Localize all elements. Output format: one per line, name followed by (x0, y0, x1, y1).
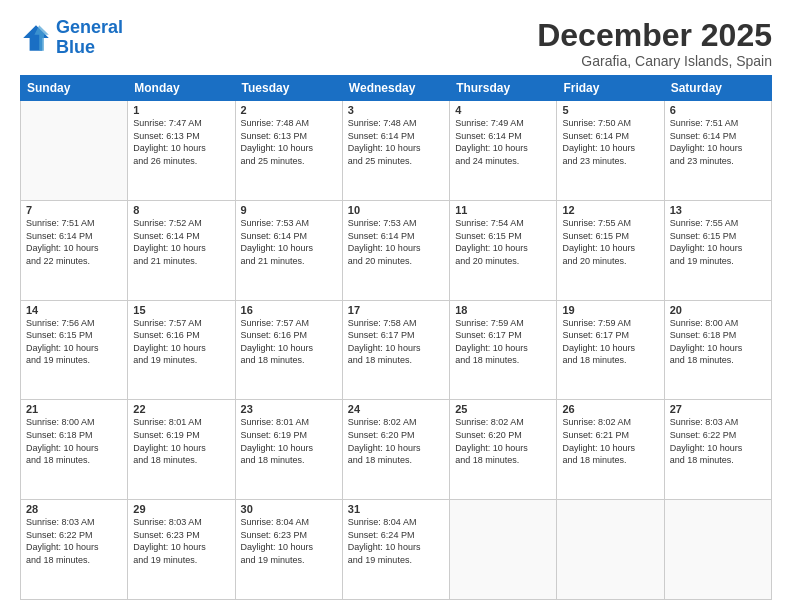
day-number: 9 (241, 204, 337, 216)
calendar-table: SundayMondayTuesdayWednesdayThursdayFrid… (20, 75, 772, 600)
calendar-cell: 3Sunrise: 7:48 AMSunset: 6:14 PMDaylight… (342, 101, 449, 201)
calendar-cell: 23Sunrise: 8:01 AMSunset: 6:19 PMDayligh… (235, 400, 342, 500)
day-number: 29 (133, 503, 229, 515)
day-number: 16 (241, 304, 337, 316)
calendar-cell: 2Sunrise: 7:48 AMSunset: 6:13 PMDaylight… (235, 101, 342, 201)
day-number: 17 (348, 304, 444, 316)
day-number: 24 (348, 403, 444, 415)
day-info: Sunrise: 7:55 AMSunset: 6:15 PMDaylight:… (562, 217, 658, 267)
calendar-week-row: 1Sunrise: 7:47 AMSunset: 6:13 PMDaylight… (21, 101, 772, 201)
page: General Blue December 2025 Garafia, Cana… (0, 0, 792, 612)
day-number: 14 (26, 304, 122, 316)
day-number: 8 (133, 204, 229, 216)
calendar-cell: 11Sunrise: 7:54 AMSunset: 6:15 PMDayligh… (450, 200, 557, 300)
day-info: Sunrise: 7:53 AMSunset: 6:14 PMDaylight:… (241, 217, 337, 267)
day-info: Sunrise: 8:00 AMSunset: 6:18 PMDaylight:… (670, 317, 766, 367)
day-number: 28 (26, 503, 122, 515)
calendar-cell: 19Sunrise: 7:59 AMSunset: 6:17 PMDayligh… (557, 300, 664, 400)
logo-text: General Blue (56, 18, 123, 58)
day-number: 26 (562, 403, 658, 415)
calendar-cell: 5Sunrise: 7:50 AMSunset: 6:14 PMDaylight… (557, 101, 664, 201)
day-number: 11 (455, 204, 551, 216)
day-info: Sunrise: 8:04 AMSunset: 6:24 PMDaylight:… (348, 516, 444, 566)
svg-marker-0 (23, 25, 49, 51)
day-number: 3 (348, 104, 444, 116)
calendar-day-header: Wednesday (342, 76, 449, 101)
calendar-cell: 30Sunrise: 8:04 AMSunset: 6:23 PMDayligh… (235, 500, 342, 600)
calendar-cell: 1Sunrise: 7:47 AMSunset: 6:13 PMDaylight… (128, 101, 235, 201)
day-number: 6 (670, 104, 766, 116)
day-number: 15 (133, 304, 229, 316)
day-number: 22 (133, 403, 229, 415)
calendar-day-header: Saturday (664, 76, 771, 101)
day-number: 13 (670, 204, 766, 216)
header: General Blue December 2025 Garafia, Cana… (20, 18, 772, 69)
calendar-cell: 13Sunrise: 7:55 AMSunset: 6:15 PMDayligh… (664, 200, 771, 300)
day-info: Sunrise: 7:59 AMSunset: 6:17 PMDaylight:… (455, 317, 551, 367)
title-block: December 2025 Garafia, Canary Islands, S… (537, 18, 772, 69)
day-info: Sunrise: 8:04 AMSunset: 6:23 PMDaylight:… (241, 516, 337, 566)
day-info: Sunrise: 7:48 AMSunset: 6:13 PMDaylight:… (241, 117, 337, 167)
main-title: December 2025 (537, 18, 772, 53)
day-info: Sunrise: 7:50 AMSunset: 6:14 PMDaylight:… (562, 117, 658, 167)
day-info: Sunrise: 8:03 AMSunset: 6:23 PMDaylight:… (133, 516, 229, 566)
calendar-cell: 18Sunrise: 7:59 AMSunset: 6:17 PMDayligh… (450, 300, 557, 400)
day-info: Sunrise: 7:48 AMSunset: 6:14 PMDaylight:… (348, 117, 444, 167)
day-info: Sunrise: 8:03 AMSunset: 6:22 PMDaylight:… (670, 416, 766, 466)
day-number: 7 (26, 204, 122, 216)
calendar-cell: 31Sunrise: 8:04 AMSunset: 6:24 PMDayligh… (342, 500, 449, 600)
day-number: 31 (348, 503, 444, 515)
calendar-cell: 28Sunrise: 8:03 AMSunset: 6:22 PMDayligh… (21, 500, 128, 600)
day-number: 27 (670, 403, 766, 415)
day-number: 23 (241, 403, 337, 415)
day-info: Sunrise: 7:51 AMSunset: 6:14 PMDaylight:… (26, 217, 122, 267)
day-info: Sunrise: 7:51 AMSunset: 6:14 PMDaylight:… (670, 117, 766, 167)
calendar-cell (450, 500, 557, 600)
day-info: Sunrise: 8:02 AMSunset: 6:20 PMDaylight:… (455, 416, 551, 466)
day-number: 30 (241, 503, 337, 515)
day-info: Sunrise: 8:01 AMSunset: 6:19 PMDaylight:… (241, 416, 337, 466)
day-info: Sunrise: 7:55 AMSunset: 6:15 PMDaylight:… (670, 217, 766, 267)
day-info: Sunrise: 8:03 AMSunset: 6:22 PMDaylight:… (26, 516, 122, 566)
calendar-day-header: Tuesday (235, 76, 342, 101)
calendar-cell: 20Sunrise: 8:00 AMSunset: 6:18 PMDayligh… (664, 300, 771, 400)
day-info: Sunrise: 7:58 AMSunset: 6:17 PMDaylight:… (348, 317, 444, 367)
calendar-day-header: Thursday (450, 76, 557, 101)
calendar-week-row: 7Sunrise: 7:51 AMSunset: 6:14 PMDaylight… (21, 200, 772, 300)
calendar-cell: 15Sunrise: 7:57 AMSunset: 6:16 PMDayligh… (128, 300, 235, 400)
logo: General Blue (20, 18, 123, 58)
calendar-cell (557, 500, 664, 600)
logo-icon (20, 22, 52, 54)
calendar-week-row: 14Sunrise: 7:56 AMSunset: 6:15 PMDayligh… (21, 300, 772, 400)
calendar-cell (21, 101, 128, 201)
day-info: Sunrise: 7:54 AMSunset: 6:15 PMDaylight:… (455, 217, 551, 267)
day-number: 1 (133, 104, 229, 116)
calendar-cell: 17Sunrise: 7:58 AMSunset: 6:17 PMDayligh… (342, 300, 449, 400)
day-number: 10 (348, 204, 444, 216)
day-number: 20 (670, 304, 766, 316)
calendar-cell: 6Sunrise: 7:51 AMSunset: 6:14 PMDaylight… (664, 101, 771, 201)
day-info: Sunrise: 8:01 AMSunset: 6:19 PMDaylight:… (133, 416, 229, 466)
day-info: Sunrise: 7:57 AMSunset: 6:16 PMDaylight:… (241, 317, 337, 367)
day-number: 18 (455, 304, 551, 316)
calendar-cell: 4Sunrise: 7:49 AMSunset: 6:14 PMDaylight… (450, 101, 557, 201)
day-info: Sunrise: 8:00 AMSunset: 6:18 PMDaylight:… (26, 416, 122, 466)
day-number: 5 (562, 104, 658, 116)
day-number: 12 (562, 204, 658, 216)
calendar-cell: 25Sunrise: 8:02 AMSunset: 6:20 PMDayligh… (450, 400, 557, 500)
calendar-cell: 24Sunrise: 8:02 AMSunset: 6:20 PMDayligh… (342, 400, 449, 500)
day-number: 25 (455, 403, 551, 415)
calendar-header-row: SundayMondayTuesdayWednesdayThursdayFrid… (21, 76, 772, 101)
day-number: 21 (26, 403, 122, 415)
day-number: 2 (241, 104, 337, 116)
day-info: Sunrise: 7:52 AMSunset: 6:14 PMDaylight:… (133, 217, 229, 267)
calendar-cell: 12Sunrise: 7:55 AMSunset: 6:15 PMDayligh… (557, 200, 664, 300)
day-info: Sunrise: 7:56 AMSunset: 6:15 PMDaylight:… (26, 317, 122, 367)
calendar-cell: 7Sunrise: 7:51 AMSunset: 6:14 PMDaylight… (21, 200, 128, 300)
day-number: 19 (562, 304, 658, 316)
calendar-cell: 9Sunrise: 7:53 AMSunset: 6:14 PMDaylight… (235, 200, 342, 300)
day-info: Sunrise: 7:49 AMSunset: 6:14 PMDaylight:… (455, 117, 551, 167)
day-info: Sunrise: 8:02 AMSunset: 6:20 PMDaylight:… (348, 416, 444, 466)
calendar-week-row: 28Sunrise: 8:03 AMSunset: 6:22 PMDayligh… (21, 500, 772, 600)
day-info: Sunrise: 7:47 AMSunset: 6:13 PMDaylight:… (133, 117, 229, 167)
